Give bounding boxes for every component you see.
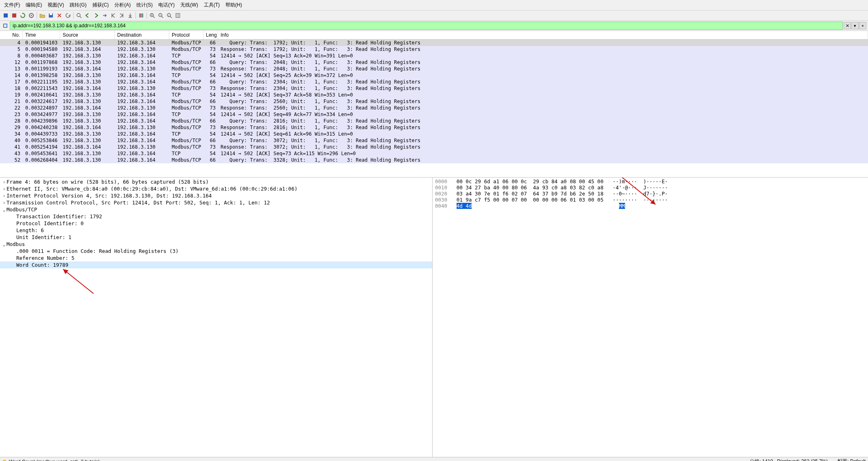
toolbar-btn-open[interactable] (38, 11, 46, 20)
packet-list-header[interactable]: No. Time Source Destination Protocol Len… (0, 31, 868, 40)
toolbar-btn-resize-cols[interactable] (174, 11, 182, 20)
packet-row[interactable]: 280.004239896192.168.3.130192.168.3.164M… (0, 118, 868, 124)
packet-row[interactable]: 80.000403687192.168.3.130192.168.3.164TC… (0, 53, 868, 59)
packet-row[interactable]: 180.002211543192.168.3.164192.168.3.130M… (0, 85, 868, 92)
col-header-length[interactable]: Leng (203, 31, 218, 39)
hex-row[interactable]: 0010 00 34 27 ba 40 00 80 06 4a 93 c0 a8… (434, 184, 866, 191)
tree-row[interactable]: ›Frame 4: 66 bytes on wire (528 bits), 6… (0, 178, 432, 185)
toolbar-btn-save[interactable] (47, 11, 55, 20)
packet-row[interactable]: 400.005253846192.168.3.130192.168.3.164M… (0, 137, 868, 144)
hex-row[interactable]: 0020 03 a4 30 7e 01 f6 02 07 64 37 b9 7d… (434, 191, 866, 197)
toolbar-btn-options[interactable] (27, 11, 35, 20)
packet-details-pane[interactable]: ›Frame 4: 66 bytes on wire (528 bits), 6… (0, 178, 433, 457)
hex-row[interactable]: 0000 00 0c 29 6d a1 06 00 0c 29 cb 84 a0… (434, 178, 866, 184)
cell: 192.168.3.130 (115, 105, 169, 111)
menu-item[interactable]: 工具(T) (201, 1, 222, 9)
tree-caret-icon[interactable]: ⌄ (2, 206, 7, 213)
packet-row[interactable]: 340.004439733192.168.3.130192.168.3.164T… (0, 131, 868, 137)
tree-row[interactable]: Word Count: 19789 (0, 261, 432, 268)
toolbar-btn-zoom-in[interactable] (148, 11, 156, 20)
col-header-info[interactable]: Info (218, 31, 868, 39)
menu-item[interactable]: 视图(V) (45, 1, 66, 9)
packet-row[interactable]: 190.002410641192.168.3.130192.168.3.164T… (0, 92, 868, 98)
col-header-source[interactable]: Source (60, 31, 115, 39)
hex-row[interactable]: 0040 4d 4d MM (434, 203, 866, 209)
packet-row[interactable]: 220.003224897192.168.3.164192.168.3.130M… (0, 105, 868, 111)
col-header-no[interactable]: No. (0, 31, 23, 39)
toolbar-btn-reload[interactable] (64, 11, 72, 20)
filter-add-button[interactable]: + (859, 22, 866, 29)
tree-row[interactable]: ›Transmission Control Protocol, Src Port… (0, 199, 432, 206)
tree-row[interactable]: Length: 6 (0, 227, 432, 234)
toolbar-btn-stop[interactable] (10, 11, 18, 20)
toolbar-btn-prev[interactable] (83, 11, 92, 20)
menu-item[interactable]: 文件(F) (2, 1, 22, 9)
menu-item[interactable]: 捕获(C) (90, 1, 112, 9)
toolbar-btn-autoscroll[interactable] (126, 11, 134, 20)
tree-caret-icon[interactable]: › (2, 200, 7, 206)
tree-row[interactable]: Transaction Identifier: 1792 (0, 213, 432, 220)
cell: Modbus/TCP (169, 66, 203, 72)
menu-item[interactable]: 跳转(G) (67, 1, 89, 9)
menu-item[interactable]: 电话(Y) (156, 1, 177, 9)
menu-item[interactable]: 编辑(E) (23, 1, 44, 9)
tree-caret-icon[interactable]: › (2, 193, 7, 199)
packet-row[interactable]: 290.004240238192.168.3.164192.168.3.130M… (0, 124, 868, 131)
toolbar-btn-next[interactable] (92, 11, 100, 20)
cell: 192.168.3.130 (60, 111, 115, 118)
toolbar-btn-close[interactable] (55, 11, 63, 20)
tree-row[interactable]: Unit Identifier: 1 (0, 234, 432, 241)
packet-row[interactable]: 170.002211195192.168.3.130192.168.3.164M… (0, 79, 868, 85)
expert-info-icon[interactable] (2, 460, 7, 461)
packet-row[interactable]: 430.005453641192.168.3.130192.168.3.164T… (0, 150, 868, 157)
status-profile[interactable]: 配置: Default (837, 458, 866, 461)
toolbar-btn-zoom-out[interactable] (157, 11, 165, 20)
toolbar-btn-colorize[interactable] (137, 11, 145, 20)
packet-row[interactable]: 410.005254194192.168.3.164192.168.3.130M… (0, 144, 868, 150)
col-header-protocol[interactable]: Protocol (169, 31, 203, 39)
toolbar-btn-restart[interactable] (19, 11, 27, 20)
packet-bytes-pane[interactable]: 0000 00 0c 29 6d a1 06 00 0c 29 cb 84 a0… (433, 178, 868, 457)
filter-clear-button[interactable]: ✕ (844, 22, 851, 29)
packet-row[interactable]: 230.003424977192.168.3.130192.168.3.164T… (0, 111, 868, 118)
packet-row[interactable]: 40.000194103192.168.3.130192.168.3.164Mo… (0, 40, 868, 46)
packet-row[interactable]: 520.006268404192.168.3.130192.168.3.164M… (0, 157, 868, 163)
toolbar-btn-find[interactable] (75, 11, 83, 20)
cell: 54 (203, 111, 218, 118)
tree-caret-icon[interactable]: › (2, 186, 7, 192)
menu-item[interactable]: 分析(A) (112, 1, 133, 9)
col-header-time[interactable]: Time (23, 31, 60, 39)
toolbar-btn-last[interactable] (118, 11, 126, 20)
tree-row[interactable]: .000 0011 = Function Code: Read Holding … (0, 248, 432, 255)
svg-line-13 (153, 16, 155, 18)
filter-apply-button[interactable]: ▾ (851, 22, 859, 29)
toolbar-btn-zoom-reset[interactable]: 1 (165, 11, 173, 20)
toolbar-btn-first[interactable] (109, 11, 117, 20)
cell: 13 (0, 66, 23, 72)
toolbar: 1 (0, 11, 868, 21)
cell: 192.168.3.164 (60, 46, 115, 53)
hex-row[interactable]: 0030 01 9a c7 f5 00 00 07 00 00 00 00 06… (434, 197, 866, 203)
packet-row[interactable]: 210.003224617192.168.3.130192.168.3.164M… (0, 98, 868, 105)
tree-caret-icon[interactable]: › (2, 179, 7, 185)
menu-item[interactable]: 无线(W) (178, 1, 200, 9)
tree-row[interactable]: ⌄Modbus/TCP (0, 206, 432, 213)
bookmark-filter-icon[interactable] (2, 22, 9, 29)
col-header-destination[interactable]: Destination (115, 31, 169, 39)
tree-caret-icon[interactable]: ⌄ (2, 241, 7, 247)
menu-item[interactable]: 统计(S) (134, 1, 155, 9)
tree-row[interactable]: ›Internet Protocol Version 4, Src: 192.1… (0, 192, 432, 199)
toolbar-btn-start[interactable] (2, 11, 10, 20)
packet-row[interactable]: 120.001197868192.168.3.130192.168.3.164M… (0, 59, 868, 66)
menu-item[interactable]: 帮助(H) (223, 1, 245, 9)
packet-row[interactable]: 50.000194580192.168.3.164192.168.3.130Mo… (0, 46, 868, 53)
toolbar-btn-jump-to[interactable] (101, 11, 109, 20)
packet-list-pane[interactable]: No. Time Source Destination Protocol Len… (0, 31, 868, 178)
tree-row[interactable]: Protocol Identifier: 0 (0, 220, 432, 227)
packet-row[interactable]: 140.001398258192.168.3.130192.168.3.164T… (0, 72, 868, 79)
display-filter-input[interactable] (10, 22, 843, 30)
tree-row[interactable]: ›Ethernet II, Src: VMware_cb:84:a0 (00:0… (0, 185, 432, 192)
tree-row[interactable]: ⌄Modbus (0, 241, 432, 248)
tree-row[interactable]: Reference Number: 5 (0, 255, 432, 261)
packet-row[interactable]: 130.001199193192.168.3.164192.168.3.130M… (0, 66, 868, 72)
